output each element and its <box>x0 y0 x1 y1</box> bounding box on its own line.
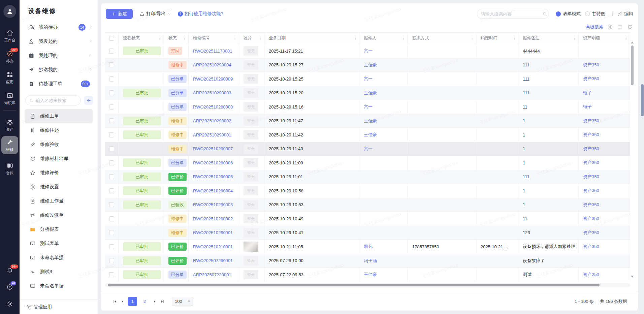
table-row[interactable]: 维修中RWO202510290001暂无2025-10-29 10:41123资… <box>105 226 630 240</box>
sidebar-quicklink[interactable]: 我发起的 <box>20 34 98 49</box>
row-checkbox[interactable] <box>109 132 114 137</box>
column-menu-icon[interactable]: ⋮ <box>353 36 357 40</box>
radio-gantt-mode[interactable] <box>585 11 590 16</box>
rail-help-button[interactable]: ?AI <box>6 284 13 292</box>
column-header-asset[interactable]: 资产明细⋮ <box>579 33 630 44</box>
column-header-date[interactable]: 业务日期⋮ <box>264 33 359 44</box>
sidebar-quicklink[interactable]: 待处理工单99+ <box>20 77 98 91</box>
help-link[interactable]: ? 如何使用维修功能? <box>178 11 224 17</box>
sidebar-item-10[interactable]: 测试表单 <box>25 237 93 251</box>
table-row[interactable]: 已审批维修中ARP202510290002暂无2025-10-29 11:47王… <box>105 114 630 128</box>
table-row[interactable]: 已分单RWO202510290009暂无2025-10-29 15:25六一11… <box>105 72 630 86</box>
table-row[interactable]: 已审批维修中ARP202510290001暂无2025-10-29 11:42王… <box>105 128 630 142</box>
sidebar-item-6[interactable]: 维修设置 <box>25 180 93 194</box>
work-order-link[interactable]: ARP202510290002 <box>193 118 231 123</box>
row-checkbox[interactable] <box>109 174 114 179</box>
row-checkbox[interactable] <box>109 62 114 67</box>
asset-link[interactable]: 资产350 <box>583 62 599 68</box>
table-row[interactable]: 维修中RWO202510290007暂无2025-10-29 11:40六一1资… <box>105 142 630 156</box>
column-header-reporter[interactable]: 报修人⋮ <box>359 33 408 44</box>
row-checkbox[interactable] <box>109 49 114 54</box>
add-form-button[interactable] <box>84 96 93 105</box>
sidebar-quicklink[interactable]: 我的待办14 <box>20 20 98 34</box>
sidebar-quicklink[interactable]: 抄送我的 <box>20 63 98 77</box>
reporter-link[interactable]: 凯凡 <box>364 244 373 250</box>
row-checkbox[interactable] <box>109 230 114 235</box>
page-button-1[interactable]: 1 <box>128 297 137 306</box>
sidebar-item-12[interactable]: 测试3 <box>25 265 93 279</box>
work-order-link[interactable]: ARP202510290001 <box>193 132 231 137</box>
vertical-scrollbar-thumb[interactable] <box>631 45 634 85</box>
asset-link[interactable]: 资产350 <box>583 230 599 236</box>
row-checkbox[interactable] <box>109 146 114 151</box>
asset-link[interactable]: 资产350 <box>583 160 599 166</box>
work-order-link[interactable]: ARP202510290003 <box>193 90 231 95</box>
scroll-down-arrow[interactable] <box>631 276 634 278</box>
photo-thumbnail[interactable] <box>244 242 258 252</box>
sidebar-item-2[interactable]: 维修挂起 <box>25 123 93 137</box>
edit-button[interactable]: 编辑 <box>618 11 633 17</box>
settings-icon[interactable] <box>608 24 613 30</box>
radio-form-mode[interactable] <box>556 11 561 17</box>
table-search[interactable] <box>477 9 549 19</box>
sidebar-item-11[interactable]: 未命名单据 <box>25 251 93 265</box>
work-order-link[interactable]: RWO202507290001 <box>193 258 233 263</box>
scroll-up-arrow[interactable] <box>631 41 634 43</box>
table-row[interactable]: 维修中RWO202510290002暂无2025-10-29 10:4911资产… <box>105 212 630 226</box>
rail-item-ledger[interactable]: 台账 <box>0 162 20 175</box>
table-row[interactable]: 报修中ARP202510290004暂无2025-10-29 15:27王佳豪1… <box>105 58 630 72</box>
sidebar-item-1[interactable]: 维修工单 <box>25 109 93 123</box>
rail-item-apps[interactable]: 应用 <box>0 71 20 84</box>
work-order-link[interactable]: RWO202510210001 <box>193 244 233 249</box>
horizontal-scrollbar[interactable] <box>105 283 630 287</box>
sidebar-item-4[interactable]: 维修材料出库 <box>25 152 93 166</box>
row-checkbox[interactable] <box>109 244 114 249</box>
column-menu-icon[interactable]: ⋮ <box>158 36 162 40</box>
column-header-remark[interactable]: 报修备注⋮ <box>518 33 579 44</box>
rail-item-home[interactable]: 工作台 <box>0 29 20 42</box>
column-menu-icon[interactable]: ⋮ <box>233 36 237 40</box>
table-row[interactable]: 已审批已分单ARP202507220001暂无2025-07-22 09:53王… <box>105 268 630 282</box>
rail-item-repair[interactable]: 维修 <box>1 136 18 154</box>
column-menu-icon[interactable]: ⋮ <box>624 36 628 40</box>
reporter-link[interactable]: 王佳豪 <box>364 132 377 138</box>
asset-link[interactable]: 资产350 <box>583 188 599 194</box>
work-order-link[interactable]: RWO202510290005 <box>193 174 233 179</box>
asset-link[interactable]: 资产350 <box>583 76 599 82</box>
avatar[interactable] <box>3 5 16 18</box>
asset-link[interactable]: 资产350 <box>583 118 599 124</box>
sidebar-search[interactable] <box>25 95 81 105</box>
reporter-link[interactable]: 王佳豪 <box>364 118 377 124</box>
sidebar-item-9[interactable]: 分析报表 <box>25 222 93 237</box>
work-order-link[interactable]: RWO202510290009 <box>193 76 233 82</box>
sidebar-search-input[interactable] <box>36 98 77 103</box>
table-row[interactable]: 已审批已评价RWO2025102100012025-10-21 11:05凯凡1… <box>105 240 630 254</box>
page-button-2[interactable]: 2 <box>140 297 149 306</box>
row-checkbox[interactable] <box>109 76 114 82</box>
asset-link[interactable]: 锤子 <box>583 104 592 110</box>
asset-link[interactable]: 资产250 <box>583 272 599 278</box>
table-row[interactable]: 已分单RWO202510290008暂无2025-10-29 15:16六一11… <box>105 100 630 114</box>
refresh-icon[interactable] <box>627 24 633 30</box>
table-row[interactable]: 已审批已评价RWO202507290001暂无2025-07-29 10:00冯… <box>105 254 630 268</box>
asset-link[interactable]: 资产350 <box>583 174 599 180</box>
work-order-link[interactable]: RWO202510290007 <box>193 146 233 151</box>
asset-link[interactable]: 锤子 <box>583 90 592 96</box>
column-header-status[interactable]: 状态⋮ <box>164 33 189 44</box>
work-order-link[interactable]: RWO202510290004 <box>193 188 233 193</box>
row-checkbox[interactable] <box>109 258 114 263</box>
row-checkbox[interactable] <box>109 216 114 221</box>
row-checkbox[interactable] <box>109 188 114 193</box>
asset-link[interactable]: 资产350 <box>583 202 599 208</box>
column-menu-icon[interactable]: ⋮ <box>470 36 474 40</box>
work-order-link[interactable]: RWO202510290002 <box>193 216 233 221</box>
table-row[interactable]: 已审批已评价RWO202510290005暂无2025-10-29 11:011… <box>105 170 630 184</box>
reporter-link[interactable]: 六一 <box>364 104 373 110</box>
table-row[interactable]: 已审批已分单ARP202510290003暂无2025-10-29 15:20王… <box>105 86 630 100</box>
new-button[interactable]: 新建 <box>106 9 133 19</box>
sidebar-item-8[interactable]: 维修改派单 <box>25 208 93 222</box>
reporter-link[interactable]: 六一 <box>364 76 373 82</box>
work-order-link[interactable]: RWO202510290003 <box>193 202 233 207</box>
asset-link[interactable]: 资产350 <box>583 146 599 152</box>
asset-link[interactable]: 资产350 <box>583 244 599 250</box>
